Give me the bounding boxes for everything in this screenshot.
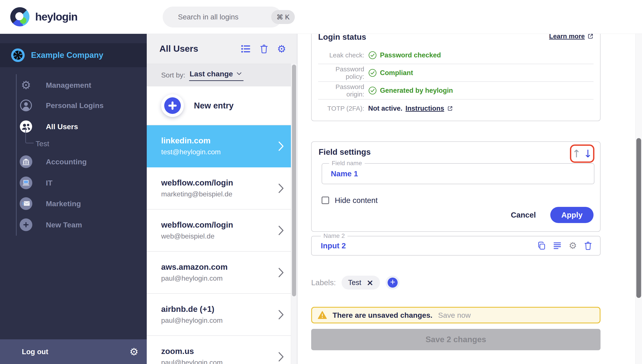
field-name-input[interactable]: Field name Name 1 — [322, 163, 594, 184]
chevron-right-icon — [278, 352, 284, 362]
chevron-right-icon — [278, 268, 284, 278]
logout-button[interactable]: Log out — [22, 348, 48, 356]
sidebar-item-personal-logins[interactable]: Personal Logins — [0, 99, 147, 112]
list-header: All Users ⚙ — [147, 34, 297, 64]
sidebar-item-it[interactable]: IT — [0, 176, 147, 189]
apply-button[interactable]: Apply — [550, 207, 593, 223]
lines-icon[interactable] — [553, 242, 562, 250]
chevron-right-icon — [278, 141, 284, 151]
hide-content-option[interactable]: Hide content — [322, 196, 378, 205]
company-header[interactable]: Example Company — [0, 43, 147, 67]
field-settings-card: Field settings ↑ ↓ Field name Name 1 Hid… — [311, 142, 600, 232]
move-down-arrow-icon[interactable]: ↓ — [583, 148, 592, 159]
status-row-leak-check: Leak check: Password checked — [318, 46, 593, 64]
instructions-link[interactable]: Instructions — [405, 104, 444, 112]
logout-bar: Log out ⚙ — [0, 339, 147, 364]
list-scrollbar-thumb[interactable] — [292, 64, 296, 296]
sidebar-item-all-users[interactable]: All Users — [0, 120, 147, 133]
chevron-right-icon — [278, 310, 284, 320]
search-shortcut-badge: ⌘ K — [271, 10, 295, 24]
sidebar-item-accounting[interactable]: Accounting — [0, 156, 147, 168]
status-row-password-origin: Password origin: Generated by heylogin — [318, 82, 593, 100]
warning-icon — [318, 311, 327, 319]
new-entry-button[interactable]: New entry — [147, 86, 297, 125]
field2-value[interactable]: Input 2 — [321, 241, 346, 250]
company-logo-aperture-icon — [11, 48, 25, 62]
list-item-webflow-web[interactable]: webflow.com/login web@beispiel.de — [147, 210, 297, 252]
window-scrollbar[interactable] — [635, 34, 642, 364]
status-row-totp: TOTP (2FA): Not active. Instructions — [318, 100, 593, 117]
plus-icon: + — [388, 278, 398, 288]
add-label-button[interactable]: + — [386, 276, 400, 290]
labels-row: Labels: Test × + — [311, 276, 400, 290]
bank-icon — [20, 156, 32, 168]
chevron-right-icon — [278, 226, 284, 236]
list-item-aws[interactable]: aws.amazon.com paul@heylogin.com — [147, 252, 297, 294]
sidebar-item-management[interactable]: ⚙ Management — [0, 79, 147, 92]
app-window: heylogin ⌘ K Exampl — [0, 0, 642, 364]
list-title: All Users — [159, 44, 198, 54]
brand-name: heylogin — [35, 10, 78, 23]
brand: heylogin — [10, 7, 78, 26]
move-up-arrow-icon[interactable]: ↑ — [572, 148, 581, 159]
list-item-linkedin[interactable]: linkedin.com test@heylogin.com — [147, 125, 297, 168]
company-name: Example Company — [31, 51, 103, 60]
login-status-card: Login status Learn more Leak check: Pass… — [311, 27, 600, 121]
sidebar-item-marketing[interactable]: Marketing — [0, 197, 147, 210]
check-circle-icon — [368, 68, 377, 77]
list-item-airbnb[interactable]: airbnb.de (+1) paul@heylogin.com — [147, 294, 297, 336]
plus-icon — [161, 94, 184, 117]
list-scrollbar[interactable] — [291, 64, 297, 364]
gear-icon[interactable]: ⚙ — [569, 241, 577, 250]
save-now-link[interactable]: Save now — [438, 311, 471, 320]
sort-bar: Sort by: Last change — [147, 64, 297, 86]
search-bar[interactable]: ⌘ K — [163, 6, 282, 28]
list-view-icon[interactable] — [241, 44, 251, 53]
card-title: Field settings — [319, 148, 371, 157]
list-item-zoom[interactable]: zoom.us paul@heylogin.com — [147, 336, 297, 364]
card-title: Login status — [318, 32, 366, 42]
unsaved-changes-banner: There are unsaved changes. Save now — [311, 307, 600, 324]
reorder-highlight-box: ↑ ↓ — [570, 144, 594, 163]
copy-icon[interactable] — [537, 241, 546, 250]
search-input[interactable] — [178, 13, 271, 22]
status-row-password-policy: Password policy: Compliant — [318, 64, 593, 82]
chevron-right-icon — [278, 183, 284, 193]
remove-tag-icon[interactable]: × — [366, 278, 373, 287]
gear-icon[interactable]: ⚙ — [277, 44, 286, 54]
window-scrollbar-thumb[interactable] — [636, 138, 641, 298]
label-tag: Test × — [342, 276, 380, 290]
mail-icon — [20, 197, 32, 210]
field2-box[interactable]: Name 2 Input 2 ⚙ — [311, 236, 600, 256]
sidebar-item-new-team[interactable]: New Team — [0, 218, 147, 231]
chevron-down-icon — [237, 72, 242, 75]
sidebar-item-test[interactable]: Test — [0, 137, 147, 150]
detail-panel: Login status Learn more Leak check: Pass… — [298, 34, 635, 364]
person-icon — [20, 99, 32, 112]
laptop-icon — [20, 176, 32, 189]
trash-icon[interactable] — [584, 241, 592, 250]
login-list-panel: All Users ⚙ Sort by: Last change New — [147, 34, 297, 364]
check-circle-icon — [368, 51, 377, 60]
labels-caption: Labels: — [311, 278, 336, 287]
sidebar: Example Company ⚙ Management Personal Lo… — [0, 34, 147, 364]
field-name-value[interactable]: Name 1 — [331, 169, 358, 178]
check-circle-icon — [368, 86, 377, 95]
trash-icon[interactable] — [260, 44, 268, 54]
settings-gear-icon[interactable]: ⚙ — [130, 347, 139, 357]
warning-text: There are unsaved changes. — [333, 311, 432, 320]
sort-label: Sort by: — [161, 71, 185, 79]
sort-select[interactable]: Last change — [189, 70, 243, 81]
cancel-button[interactable]: Cancel — [511, 210, 536, 219]
external-link-icon — [587, 33, 593, 39]
external-link-icon — [447, 106, 453, 111]
save-changes-button[interactable]: Save 2 changes — [311, 329, 600, 350]
field-name-legend: Field name — [329, 160, 365, 167]
sidebar-tree-line — [16, 74, 17, 236]
hide-content-checkbox[interactable] — [322, 196, 329, 204]
heylogin-logo-icon — [10, 7, 30, 26]
list-item-webflow-marketing[interactable]: webflow.com/login marketing@beispiel.de — [147, 168, 297, 210]
topbar: heylogin ⌘ K — [0, 0, 642, 34]
plus-icon — [20, 218, 32, 231]
field2-legend: Name 2 — [321, 232, 347, 240]
